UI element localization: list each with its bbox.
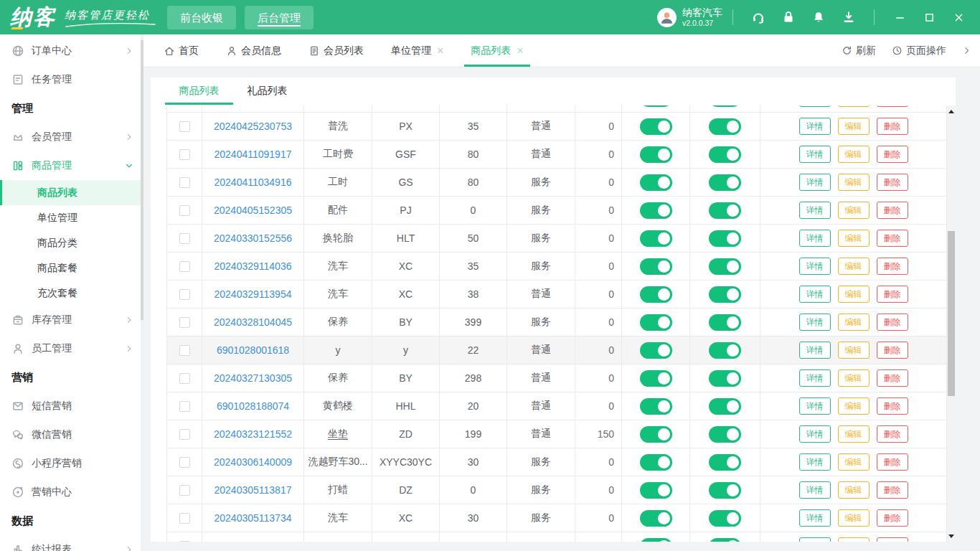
status-toggle-on[interactable] — [640, 370, 672, 387]
row-checkbox[interactable] — [179, 401, 190, 412]
scroll-up-arrow[interactable] — [947, 106, 956, 116]
status-toggle-on[interactable] — [640, 314, 672, 331]
delete-button[interactable]: 删除 — [877, 146, 908, 163]
delete-button[interactable]: 删除 — [877, 397, 908, 415]
delete-button[interactable]: 删除 — [877, 425, 908, 443]
sidebar-subitem-9[interactable]: 充次套餐 — [0, 281, 143, 306]
display-toggle-on[interactable] — [709, 342, 741, 359]
detail-button[interactable]: 详情 — [799, 425, 831, 443]
edit-button[interactable]: 编辑 — [838, 369, 870, 387]
product-id-link[interactable]: 20240329114036 — [202, 253, 304, 280]
edit-button[interactable]: 编辑 — [838, 537, 870, 542]
maximize-button[interactable] — [924, 12, 935, 23]
delete-button[interactable]: 删除 — [877, 537, 908, 542]
display-toggle-on[interactable] — [709, 538, 741, 542]
sidebar-item-18[interactable]: 统计报表 — [0, 535, 143, 551]
detail-button[interactable]: 详情 — [799, 118, 831, 135]
edit-button[interactable]: 编辑 — [838, 146, 870, 163]
detail-button[interactable]: 详情 — [799, 537, 831, 542]
status-toggle-on[interactable] — [640, 174, 672, 191]
display-toggle-on[interactable] — [709, 314, 741, 331]
delete-button[interactable]: 删除 — [877, 314, 908, 331]
product-id-link[interactable]: 20240323121552 — [202, 420, 304, 448]
product-id-link[interactable] — [202, 532, 304, 542]
detail-button[interactable]: 详情 — [799, 314, 831, 331]
nav-tab-back-admin[interactable]: 后台管理 — [245, 6, 314, 29]
scroll-down-arrow[interactable] — [947, 531, 956, 541]
delete-button[interactable]: 删除 — [877, 453, 908, 471]
page-tab-0[interactable]: 首页 — [164, 34, 199, 67]
download-icon[interactable] — [842, 10, 856, 24]
delete-button[interactable]: 删除 — [877, 509, 908, 527]
edit-button[interactable]: 编辑 — [838, 230, 870, 247]
detail-button[interactable]: 详情 — [799, 202, 831, 219]
product-id-link[interactable]: 20240425230753 — [202, 113, 304, 140]
sidebar-scrollbar[interactable] — [141, 34, 143, 551]
row-checkbox[interactable] — [179, 485, 190, 496]
display-toggle-on[interactable] — [709, 258, 741, 275]
display-toggle-on[interactable] — [709, 482, 741, 499]
product-id-link[interactable]: 20240328104045 — [202, 309, 304, 336]
status-toggle-on[interactable] — [640, 286, 672, 303]
detail-button[interactable]: 详情 — [799, 230, 831, 247]
status-toggle-on[interactable] — [640, 230, 672, 247]
page-tab-1[interactable]: 会员信息 — [226, 34, 281, 67]
table-scrollbar[interactable] — [947, 105, 956, 542]
status-toggle-on[interactable] — [640, 105, 672, 107]
sidebar-subitem-5[interactable]: 商品列表 — [0, 180, 143, 205]
detail-button[interactable]: 详情 — [799, 146, 831, 163]
detail-button[interactable]: 详情 — [799, 258, 831, 275]
status-toggle-on[interactable] — [640, 146, 672, 163]
detail-button[interactable]: 详情 — [799, 369, 831, 387]
detail-button[interactable]: 详情 — [799, 397, 831, 415]
page-tab-4[interactable]: 商品列表× — [471, 34, 523, 67]
delete-button[interactable]: 删除 — [877, 174, 908, 191]
row-checkbox[interactable] — [179, 513, 190, 524]
delete-button[interactable]: 删除 — [877, 258, 908, 275]
delete-button[interactable]: 删除 — [877, 202, 908, 219]
status-toggle-on[interactable] — [640, 398, 672, 415]
product-id-link[interactable]: 20240306140009 — [202, 448, 304, 476]
sidebar-item-3[interactable]: 会员管理 — [0, 123, 143, 151]
sidebar-item-10[interactable]: 库存管理 — [0, 306, 143, 334]
row-checkbox[interactable] — [179, 149, 190, 160]
display-toggle-on[interactable] — [709, 370, 741, 387]
status-toggle-on[interactable] — [640, 482, 672, 499]
edit-button[interactable]: 编辑 — [838, 286, 870, 303]
detail-button[interactable]: 详情 — [799, 509, 831, 527]
product-id-link[interactable] — [202, 105, 304, 112]
product-id-link[interactable]: 20240411091917 — [202, 141, 304, 168]
user-avatar[interactable] — [657, 8, 677, 27]
edit-button[interactable]: 编辑 — [838, 342, 870, 359]
delete-button[interactable]: 删除 — [877, 118, 908, 135]
row-checkbox[interactable] — [179, 205, 190, 216]
status-toggle-on[interactable] — [640, 342, 672, 359]
status-toggle-on[interactable] — [640, 426, 672, 443]
nav-tab-front-cashier[interactable]: 前台收银 — [167, 6, 236, 29]
sidebar-item-14[interactable]: 微信营销 — [0, 420, 143, 449]
display-toggle-on[interactable] — [709, 230, 741, 247]
row-checkbox[interactable] — [179, 457, 190, 468]
display-toggle-on[interactable] — [709, 426, 741, 443]
display-toggle-on[interactable] — [709, 146, 741, 163]
sidebar-item-16[interactable]: 营销中心 — [0, 478, 143, 507]
chevron-right-icon[interactable] — [962, 46, 971, 55]
delete-button[interactable]: 删除 — [877, 230, 908, 247]
edit-button[interactable]: 编辑 — [838, 174, 870, 191]
display-toggle-on[interactable] — [709, 174, 741, 191]
delete-button[interactable]: 删除 — [877, 369, 908, 387]
close-tab-icon[interactable]: × — [517, 45, 523, 57]
display-toggle-on[interactable] — [709, 105, 741, 107]
edit-button[interactable]: 编辑 — [838, 509, 870, 527]
detail-button[interactable]: 详情 — [799, 342, 831, 359]
edit-button[interactable]: 编辑 — [838, 481, 870, 499]
sidebar-item-13[interactable]: 短信营销 — [0, 392, 143, 420]
notification-bell-icon[interactable] — [811, 10, 826, 24]
display-toggle-on[interactable] — [709, 286, 741, 303]
refresh-button[interactable]: 刷新 — [842, 44, 876, 57]
lock-icon[interactable] — [781, 10, 796, 24]
status-toggle-on[interactable] — [640, 258, 672, 275]
delete-button[interactable]: 删除 — [877, 342, 908, 359]
edit-button[interactable]: 编辑 — [838, 314, 870, 331]
delete-button[interactable]: 删除 — [877, 105, 908, 107]
